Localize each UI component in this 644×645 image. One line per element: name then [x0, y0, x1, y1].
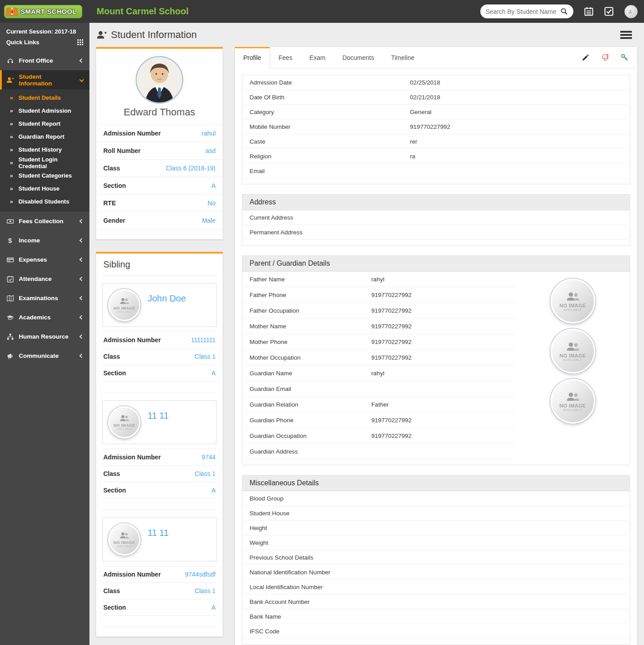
sidebar-subitem-label: Student Admission: [18, 107, 71, 114]
student-info-row: Gender Male: [96, 212, 223, 229]
row-label: Bank Name: [250, 613, 410, 620]
student-info-row: Section A: [96, 177, 223, 195]
header-actions: [480, 4, 644, 18]
sidebar-subitem[interactable]: » Student Login Credential: [0, 156, 89, 169]
sidebar-subitem-label: Student House: [18, 185, 59, 192]
sibling-name[interactable]: John Doe: [148, 293, 186, 304]
sitemap-icon: [6, 333, 14, 340]
row-label: Father Phone: [250, 292, 371, 298]
sidebar-subitem[interactable]: » Student History: [0, 143, 89, 156]
search-input[interactable]: [486, 8, 560, 15]
chevron-left-icon: [80, 335, 84, 339]
disable-thumbs-down-icon[interactable]: [601, 54, 609, 61]
row-label: Bank Account Number: [250, 598, 410, 605]
student-info-row: Roll Number asd: [96, 142, 223, 160]
row-value: Father: [371, 401, 389, 408]
detail-row: Mother Phone 919770227992: [242, 334, 516, 350]
app-logo[interactable]: SMART SCHOOL: [0, 0, 89, 23]
sidebar-subitem-label: Student Details: [18, 94, 61, 101]
sidebar-item-human-resource[interactable]: Human Resource: [0, 327, 89, 346]
sibling-name[interactable]: 11 11: [148, 411, 169, 421]
row-label: Section: [103, 182, 126, 189]
user-plus-icon: [6, 76, 14, 84]
sidebar-item-communicate[interactable]: Communicate: [0, 346, 89, 365]
double-chevron-icon: »: [10, 172, 13, 179]
double-chevron-icon: »: [10, 185, 13, 192]
sidebar-item-income[interactable]: $ Income: [0, 231, 89, 250]
user-avatar[interactable]: [624, 5, 638, 18]
student-detail-panel: Profile Fees Exam Documents Timeline: [235, 47, 637, 645]
detail-row: Guardian Email: [242, 381, 516, 397]
quick-links-label: Quick Links: [6, 39, 39, 46]
sidebar-subitem[interactable]: » Student Categories: [0, 169, 89, 182]
row-value: rer: [410, 138, 418, 145]
row-label: RTE: [103, 199, 116, 207]
row-value: A: [212, 487, 216, 494]
sidebar-subitem[interactable]: » Guardian Report: [0, 130, 89, 143]
row-label: Current Address: [250, 214, 410, 221]
row-value: 9744: [202, 454, 216, 461]
sibling-info-row: Section A: [102, 599, 216, 616]
double-chevron-icon: »: [10, 94, 13, 101]
detail-row: Caste rer: [242, 134, 630, 149]
detail-row: Current Address: [242, 210, 630, 225]
sidebar-item-academics[interactable]: Academics: [0, 308, 89, 327]
student-search: [480, 4, 573, 18]
sibling-name[interactable]: 11 11: [148, 528, 169, 538]
sidebar-item-examinations[interactable]: Examinations: [0, 289, 89, 308]
sidebar-item-attendance[interactable]: Attendance: [0, 269, 89, 289]
sibling-entry[interactable]: NO IMAGE AVAILABLE John Doe: [102, 283, 216, 327]
sidebar-subitem[interactable]: » Student Report: [0, 117, 89, 130]
no-image-subtext: AVAILABLE: [563, 408, 582, 412]
sidebar-item-expenses[interactable]: Expenses: [0, 250, 89, 269]
row-label: Mother Phone: [250, 339, 371, 345]
no-image-text: NO IMAGE: [114, 306, 136, 310]
page-title: Student Information: [111, 29, 197, 41]
sidebar-item-student-information[interactable]: Student Information: [0, 70, 89, 89]
detail-row: Category General: [242, 105, 630, 119]
megaphone-icon: [6, 352, 14, 360]
sidebar-item-fees-collection[interactable]: Fees Collection: [0, 212, 89, 231]
edit-pencil-icon[interactable]: [582, 54, 589, 61]
double-chevron-icon: »: [10, 120, 13, 127]
sibling-info-rows: Admission Number 9744sdfsdf Class Class …: [102, 566, 216, 616]
sidebar-item-front-office[interactable]: Front Office: [0, 51, 89, 70]
logo-text: SMART SCHOOL: [21, 8, 76, 15]
detail-row: Father Occupation 919770227992: [242, 303, 516, 318]
sibling-entry[interactable]: NO IMAGE AVAILABLE 11 11: [102, 518, 216, 561]
no-image-text: NO IMAGE: [114, 423, 136, 428]
tab-profile[interactable]: Profile: [235, 47, 270, 68]
page-head: Student Information: [96, 23, 637, 47]
tab-fees[interactable]: Fees: [270, 47, 301, 68]
sibling-entry[interactable]: NO IMAGE AVAILABLE 11 11: [102, 400, 216, 444]
tab-documents[interactable]: Documents: [334, 47, 383, 68]
tasks-icon[interactable]: [604, 7, 614, 16]
sidebar-subitem[interactable]: » Student House: [0, 182, 89, 195]
search-icon[interactable]: [560, 8, 568, 15]
quick-links[interactable]: Quick Links: [0, 36, 89, 51]
login-key-icon[interactable]: [621, 54, 628, 61]
banknote-icon: [6, 218, 14, 225]
row-value: A: [212, 369, 216, 377]
detail-row: Guardian Relation Father: [242, 397, 516, 412]
sibling-info-row: Admission Number 9744: [102, 449, 216, 466]
no-image-avatar: NO IMAGE AVAILABLE: [108, 289, 140, 321]
student-card: Edward Thomas Admission Number rahul Rol…: [96, 47, 223, 239]
calendar-icon[interactable]: [584, 7, 593, 16]
sibling-info-rows: Admission Number 11111111 Class Class 1 …: [102, 331, 216, 382]
sidebar-subitem[interactable]: » Disabled Students: [0, 195, 89, 208]
row-value: 11111111: [191, 336, 216, 344]
tab-exam[interactable]: Exam: [301, 47, 334, 68]
sidebar-subitem[interactable]: » Student Details: [0, 91, 89, 104]
sidebar-subitem[interactable]: » Student Admission: [0, 104, 89, 117]
detail-row: Mobile Number 919770227992: [242, 119, 630, 134]
tab-timeline[interactable]: Timeline: [382, 47, 423, 68]
row-label: Height: [250, 525, 410, 531]
row-label: National Identification Number: [250, 569, 410, 576]
student-info-row: Class Class 6 (2018-19): [96, 160, 223, 177]
detail-row: Local Identification Number: [242, 580, 630, 594]
menu-toggle-button[interactable]: [620, 30, 632, 41]
row-label: Admission Number: [103, 130, 161, 137]
student-info-row: RTE No: [96, 195, 223, 212]
guardian-section: Parent / Guardian Details Father Name ra…: [242, 255, 630, 465]
